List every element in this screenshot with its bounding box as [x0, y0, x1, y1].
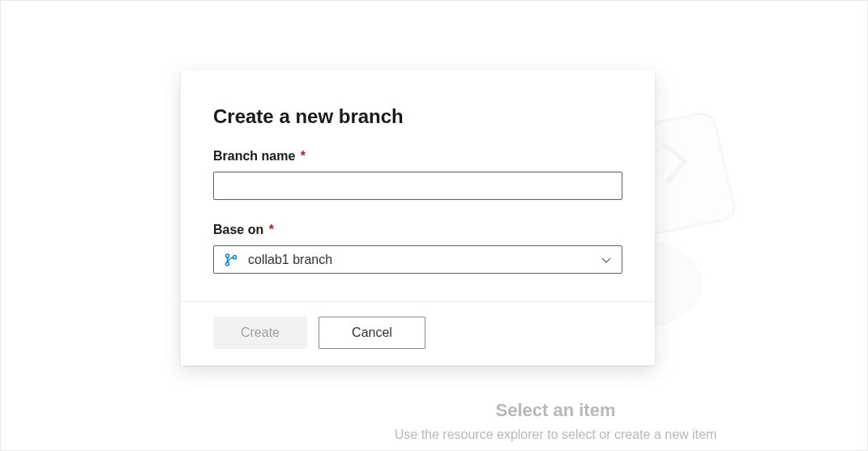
base-on-label-text: Base on	[213, 223, 263, 236]
chevron-down-icon	[601, 254, 612, 266]
base-on-selected-value: collab1 branch	[248, 253, 601, 267]
svg-point-3	[233, 255, 236, 258]
backdrop-title: Select an item	[496, 400, 616, 421]
required-indicator: *	[301, 149, 306, 163]
dialog-body: Create a new branch Branch name * Base o…	[181, 70, 655, 301]
branch-name-input[interactable]	[213, 172, 622, 200]
branch-icon	[224, 253, 238, 267]
branch-name-label: Branch name *	[213, 149, 622, 164]
cancel-button[interactable]: Cancel	[319, 317, 425, 349]
base-on-field-group: Base on * collab1 branch	[213, 223, 622, 274]
base-on-dropdown[interactable]: collab1 branch	[213, 245, 622, 274]
dialog-footer: Create Cancel	[181, 301, 655, 365]
required-indicator: *	[269, 223, 274, 236]
branch-name-label-text: Branch name	[213, 149, 295, 163]
base-on-label: Base on *	[213, 223, 622, 237]
branch-name-field-group: Branch name *	[213, 149, 622, 200]
svg-point-2	[225, 262, 229, 266]
backdrop-subtitle: Use the resource explorer to select or c…	[395, 428, 717, 442]
create-branch-dialog: Create a new branch Branch name * Base o…	[181, 70, 655, 365]
dialog-title: Create a new branch	[213, 105, 622, 128]
svg-point-1	[225, 253, 229, 257]
create-button[interactable]: Create	[213, 317, 307, 349]
